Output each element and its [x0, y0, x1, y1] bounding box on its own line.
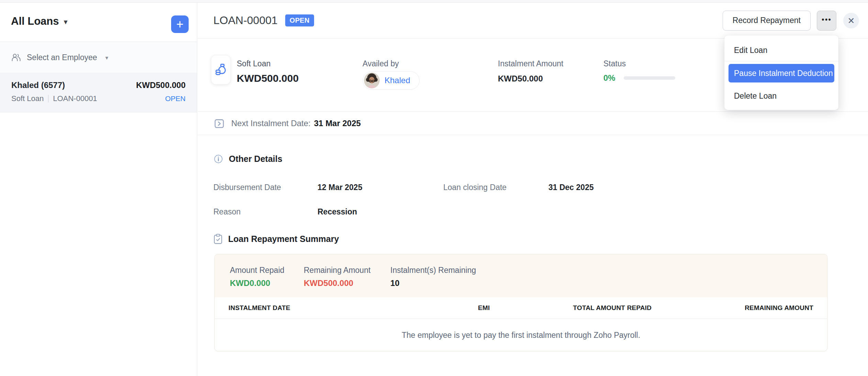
field-label: Disbursement Date	[213, 183, 318, 192]
loan-item-number: LOAN-00001	[53, 94, 97, 103]
repayment-summary-card: Amount Repaid KWD0.000 Remaining Amount …	[214, 254, 827, 351]
repayment-summary-heading: Loan Repayment Summary	[228, 234, 339, 244]
empty-state-row: The employee is yet to pay the first ins…	[215, 319, 827, 351]
clipboard-check-icon	[213, 234, 223, 244]
employee-filter[interactable]: Select an Employee ▾	[0, 42, 197, 73]
avatar	[364, 73, 380, 88]
field-label: Loan closing Date	[443, 183, 548, 192]
caret-down-icon: ▾	[105, 54, 109, 62]
loan-item-employee: Khaled (6577)	[11, 80, 65, 90]
field-value: 31 Dec 2025	[548, 183, 594, 192]
page-title: LOAN-00001	[213, 14, 278, 27]
progress-bar	[624, 76, 675, 80]
money-bag-icon	[215, 63, 227, 77]
calendar-forward-icon	[213, 118, 225, 129]
loan-amount: KWD500.000	[237, 73, 299, 84]
add-loan-button[interactable]: +	[171, 15, 189, 33]
instalment-amount-value: KWD50.000	[498, 74, 564, 84]
sidebar-header: All Loans ▾ +	[0, 3, 197, 42]
loan-type-icon-card	[211, 55, 231, 85]
field-value: 12 Mar 2025	[318, 183, 443, 192]
caret-down-icon: ▾	[64, 18, 68, 26]
loan-detail-header: LOAN-00001 OPEN Record Repayment ••• ✕	[198, 3, 868, 38]
menu-item-pause-instalment-deduction[interactable]: Pause Instalment Deduction	[728, 64, 834, 82]
close-button[interactable]: ✕	[843, 13, 859, 29]
close-icon: ✕	[848, 16, 855, 25]
column-header: INSTALMENT DATE	[229, 304, 421, 312]
loan-item-type: Soft Loan	[11, 94, 44, 103]
sidebar-title: All Loans	[11, 15, 59, 27]
next-instalment-row: Next Instalment Date: 31 Mar 2025	[198, 112, 868, 135]
instalment-table-header: INSTALMENT DATE EMI TOTAL AMOUNT REPAID …	[215, 297, 827, 319]
menu-item-delete-loan[interactable]: Delete Loan	[724, 85, 838, 107]
stat-label: Remaining Amount	[304, 266, 390, 275]
column-header: REMAINING AMOUNT	[652, 304, 813, 312]
record-repayment-button[interactable]: Record Repayment	[723, 11, 811, 31]
remaining-amount-value: KWD500.000	[304, 278, 390, 288]
loan-list-item[interactable]: Khaled (6577) KWD500.000 Soft Loan LOAN-…	[0, 73, 197, 112]
more-options-menu: Edit Loan Pause Instalment Deduction Del…	[724, 35, 838, 110]
loan-type-label: Soft Loan	[237, 59, 299, 68]
loan-item-amount: KWD500.000	[136, 80, 186, 90]
status-label: Status	[603, 59, 675, 68]
repayment-stats: Amount Repaid KWD0.000 Remaining Amount …	[215, 254, 827, 297]
ellipsis-icon: •••	[822, 15, 832, 24]
top-edge-strip	[0, 0, 868, 3]
loans-filter-dropdown[interactable]: All Loans ▾	[11, 15, 68, 27]
availed-by-employee-link[interactable]: Khaled	[363, 71, 420, 90]
divider	[48, 95, 48, 102]
instalments-remaining-value: 10	[390, 278, 476, 288]
column-header: TOTAL AMOUNT REPAID	[490, 304, 652, 312]
menu-pause-wrapper: Pause Instalment Deduction	[724, 61, 838, 85]
menu-item-edit-loan[interactable]: Edit Loan	[724, 40, 838, 61]
next-instalment-date: 31 Mar 2025	[314, 119, 361, 128]
other-details-section: Other Details Disbursement Date 12 Mar 2…	[198, 135, 868, 217]
plus-icon: +	[176, 17, 183, 31]
loans-page: All Loans ▾ + Select an Employee ▾ Khale	[0, 0, 868, 376]
field-value: Recession	[318, 207, 357, 217]
stat-label: Instalment(s) Remaining	[390, 266, 476, 275]
availed-by-label: Availed by	[363, 59, 420, 68]
stat-label: Amount Repaid	[230, 266, 304, 275]
loan-repayment-summary-section: Loan Repayment Summary Amount Repaid KWD…	[198, 234, 868, 351]
more-options-button[interactable]: •••	[817, 11, 836, 31]
next-instalment-label: Next Instalment Date:	[231, 119, 311, 128]
people-icon	[11, 53, 21, 62]
availed-by-name: Khaled	[385, 76, 410, 85]
employee-filter-placeholder: Select an Employee	[27, 53, 97, 62]
empty-state-message: The employee is yet to pay the first ins…	[402, 331, 640, 340]
progress-percent: 0%	[603, 73, 615, 83]
loan-item-status-badge: OPEN	[165, 95, 186, 103]
info-icon	[213, 154, 223, 164]
field-label: Reason	[213, 207, 318, 217]
instalment-amount-label: Instalment Amount	[498, 59, 564, 68]
loans-sidebar: All Loans ▾ + Select an Employee ▾ Khale	[0, 3, 197, 376]
column-header: EMI	[421, 304, 490, 312]
other-details-heading: Other Details	[229, 154, 282, 164]
status-badge: OPEN	[285, 14, 314, 26]
amount-repaid-value: KWD0.000	[230, 278, 304, 288]
